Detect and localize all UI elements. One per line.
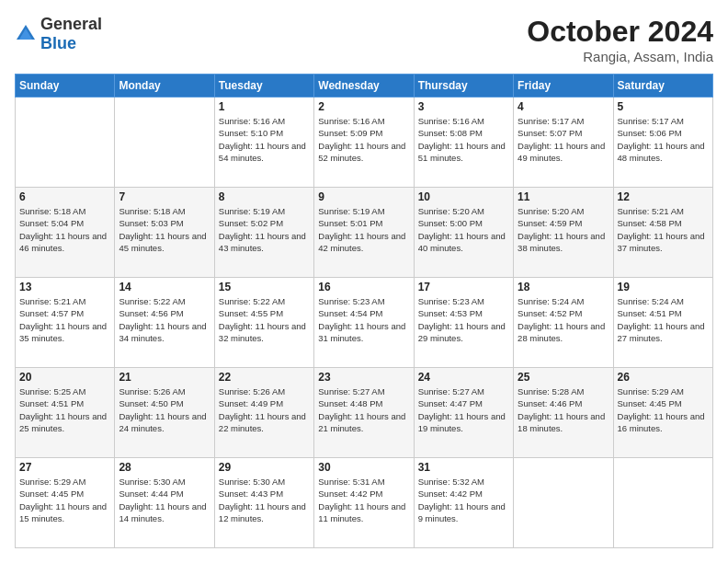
day-info: Sunrise: 5:18 AMSunset: 5:03 PMDaylight:…	[119, 205, 210, 254]
calendar-cell: 11Sunrise: 5:20 AMSunset: 4:59 PMDayligh…	[514, 188, 613, 278]
weekday-header-friday: Friday	[514, 75, 613, 98]
day-number: 18	[518, 281, 609, 293]
calendar-week-3: 13Sunrise: 5:21 AMSunset: 4:57 PMDayligh…	[16, 278, 713, 368]
day-info: Sunrise: 5:17 AMSunset: 5:07 PMDaylight:…	[518, 115, 609, 164]
calendar-cell: 19Sunrise: 5:24 AMSunset: 4:51 PMDayligh…	[613, 278, 712, 368]
day-info: Sunrise: 5:27 AMSunset: 4:47 PMDaylight:…	[418, 385, 509, 434]
day-info: Sunrise: 5:27 AMSunset: 4:48 PMDaylight:…	[318, 385, 409, 434]
calendar-week-4: 20Sunrise: 5:25 AMSunset: 4:51 PMDayligh…	[16, 368, 713, 458]
calendar-cell: 29Sunrise: 5:30 AMSunset: 4:43 PMDayligh…	[214, 458, 313, 548]
day-number: 21	[119, 371, 210, 384]
calendar-cell	[613, 458, 712, 548]
weekday-header-sunday: Sunday	[16, 75, 115, 98]
day-number: 1	[219, 100, 310, 113]
day-number: 5	[618, 100, 709, 113]
day-info: Sunrise: 5:30 AMSunset: 4:44 PMDaylight:…	[119, 476, 210, 524]
day-info: Sunrise: 5:20 AMSunset: 4:59 PMDaylight:…	[518, 205, 609, 254]
header: General Blue October 2024 Rangia, Assam,…	[15, 15, 713, 64]
day-number: 3	[418, 100, 509, 113]
day-number: 9	[318, 190, 409, 203]
calendar-cell: 1Sunrise: 5:16 AMSunset: 5:10 PMDaylight…	[214, 98, 313, 188]
calendar-cell: 12Sunrise: 5:21 AMSunset: 4:58 PMDayligh…	[613, 188, 712, 278]
calendar-cell: 22Sunrise: 5:26 AMSunset: 4:49 PMDayligh…	[214, 368, 313, 458]
calendar-cell: 2Sunrise: 5:16 AMSunset: 5:09 PMDaylight…	[314, 98, 414, 188]
logo-icon	[15, 23, 37, 45]
day-info: Sunrise: 5:22 AMSunset: 4:55 PMDaylight:…	[219, 295, 310, 344]
calendar-cell: 7Sunrise: 5:18 AMSunset: 5:03 PMDaylight…	[115, 188, 214, 278]
day-info: Sunrise: 5:31 AMSunset: 4:42 PMDaylight:…	[318, 476, 409, 524]
calendar-cell: 4Sunrise: 5:17 AMSunset: 5:07 PMDaylight…	[514, 98, 613, 188]
calendar-cell: 9Sunrise: 5:19 AMSunset: 5:01 PMDaylight…	[314, 188, 414, 278]
calendar-cell: 3Sunrise: 5:16 AMSunset: 5:08 PMDaylight…	[414, 98, 513, 188]
calendar-cell: 24Sunrise: 5:27 AMSunset: 4:47 PMDayligh…	[414, 368, 513, 458]
day-info: Sunrise: 5:16 AMSunset: 5:08 PMDaylight:…	[418, 115, 509, 164]
calendar-cell: 27Sunrise: 5:29 AMSunset: 4:45 PMDayligh…	[16, 458, 115, 548]
day-number: 17	[418, 281, 509, 293]
day-info: Sunrise: 5:16 AMSunset: 5:10 PMDaylight:…	[219, 115, 310, 164]
calendar-cell: 25Sunrise: 5:28 AMSunset: 4:46 PMDayligh…	[514, 368, 613, 458]
day-info: Sunrise: 5:16 AMSunset: 5:09 PMDaylight:…	[318, 115, 409, 164]
calendar-cell: 23Sunrise: 5:27 AMSunset: 4:48 PMDayligh…	[314, 368, 414, 458]
day-number: 29	[219, 461, 310, 474]
page: General Blue October 2024 Rangia, Assam,…	[0, 0, 728, 563]
calendar-week-5: 27Sunrise: 5:29 AMSunset: 4:45 PMDayligh…	[16, 458, 713, 548]
day-info: Sunrise: 5:21 AMSunset: 4:58 PMDaylight:…	[618, 205, 709, 254]
weekday-header-saturday: Saturday	[613, 75, 712, 98]
calendar-cell: 20Sunrise: 5:25 AMSunset: 4:51 PMDayligh…	[16, 368, 115, 458]
day-info: Sunrise: 5:24 AMSunset: 4:52 PMDaylight:…	[518, 295, 609, 344]
logo-general: General	[40, 15, 102, 33]
calendar-cell: 30Sunrise: 5:31 AMSunset: 4:42 PMDayligh…	[314, 458, 414, 548]
day-number: 27	[19, 461, 110, 474]
day-info: Sunrise: 5:29 AMSunset: 4:45 PMDaylight:…	[19, 476, 110, 524]
day-number: 14	[119, 281, 210, 293]
calendar-cell	[514, 458, 613, 548]
calendar-week-2: 6Sunrise: 5:18 AMSunset: 5:04 PMDaylight…	[16, 188, 713, 278]
calendar-cell: 26Sunrise: 5:29 AMSunset: 4:45 PMDayligh…	[613, 368, 712, 458]
calendar-cell: 31Sunrise: 5:32 AMSunset: 4:42 PMDayligh…	[414, 458, 513, 548]
day-number: 11	[518, 190, 609, 203]
calendar-cell: 21Sunrise: 5:26 AMSunset: 4:50 PMDayligh…	[115, 368, 214, 458]
calendar-cell: 6Sunrise: 5:18 AMSunset: 5:04 PMDaylight…	[16, 188, 115, 278]
weekday-header-row: SundayMondayTuesdayWednesdayThursdayFrid…	[16, 75, 713, 98]
day-info: Sunrise: 5:30 AMSunset: 4:43 PMDaylight:…	[219, 476, 310, 524]
day-number: 31	[418, 461, 509, 474]
day-info: Sunrise: 5:21 AMSunset: 4:57 PMDaylight:…	[19, 295, 110, 344]
calendar-table: SundayMondayTuesdayWednesdayThursdayFrid…	[15, 74, 713, 548]
day-info: Sunrise: 5:17 AMSunset: 5:06 PMDaylight:…	[618, 115, 709, 164]
day-info: Sunrise: 5:26 AMSunset: 4:49 PMDaylight:…	[219, 385, 310, 434]
day-info: Sunrise: 5:19 AMSunset: 5:02 PMDaylight:…	[219, 205, 310, 254]
title-block: October 2024 Rangia, Assam, India	[527, 15, 713, 64]
calendar-cell: 13Sunrise: 5:21 AMSunset: 4:57 PMDayligh…	[16, 278, 115, 368]
day-info: Sunrise: 5:18 AMSunset: 5:04 PMDaylight:…	[19, 205, 110, 254]
weekday-header-monday: Monday	[115, 75, 214, 98]
logo-text: General Blue	[40, 15, 102, 53]
day-number: 8	[219, 190, 310, 203]
calendar-cell: 28Sunrise: 5:30 AMSunset: 4:44 PMDayligh…	[115, 458, 214, 548]
month-year-title: October 2024	[527, 15, 713, 49]
calendar-cell: 16Sunrise: 5:23 AMSunset: 4:54 PMDayligh…	[314, 278, 414, 368]
logo: General Blue	[15, 15, 102, 53]
day-info: Sunrise: 5:26 AMSunset: 4:50 PMDaylight:…	[119, 385, 210, 434]
day-number: 26	[618, 371, 709, 384]
logo-blue: Blue	[40, 34, 76, 52]
calendar-cell: 5Sunrise: 5:17 AMSunset: 5:06 PMDaylight…	[613, 98, 712, 188]
day-info: Sunrise: 5:22 AMSunset: 4:56 PMDaylight:…	[119, 295, 210, 344]
day-number: 7	[119, 190, 210, 203]
calendar-cell: 10Sunrise: 5:20 AMSunset: 5:00 PMDayligh…	[414, 188, 513, 278]
calendar-cell	[16, 98, 115, 188]
day-number: 23	[318, 371, 409, 384]
day-info: Sunrise: 5:23 AMSunset: 4:54 PMDaylight:…	[318, 295, 409, 344]
day-number: 10	[418, 190, 509, 203]
day-number: 20	[19, 371, 110, 384]
weekday-header-tuesday: Tuesday	[214, 75, 313, 98]
calendar-cell: 17Sunrise: 5:23 AMSunset: 4:53 PMDayligh…	[414, 278, 513, 368]
weekday-header-wednesday: Wednesday	[314, 75, 414, 98]
calendar-cell: 18Sunrise: 5:24 AMSunset: 4:52 PMDayligh…	[514, 278, 613, 368]
day-info: Sunrise: 5:19 AMSunset: 5:01 PMDaylight:…	[318, 205, 409, 254]
day-info: Sunrise: 5:28 AMSunset: 4:46 PMDaylight:…	[518, 385, 609, 434]
weekday-header-thursday: Thursday	[414, 75, 513, 98]
calendar-cell: 15Sunrise: 5:22 AMSunset: 4:55 PMDayligh…	[214, 278, 313, 368]
day-info: Sunrise: 5:25 AMSunset: 4:51 PMDaylight:…	[19, 385, 110, 434]
day-info: Sunrise: 5:20 AMSunset: 5:00 PMDaylight:…	[418, 205, 509, 254]
calendar-week-1: 1Sunrise: 5:16 AMSunset: 5:10 PMDaylight…	[16, 98, 713, 188]
